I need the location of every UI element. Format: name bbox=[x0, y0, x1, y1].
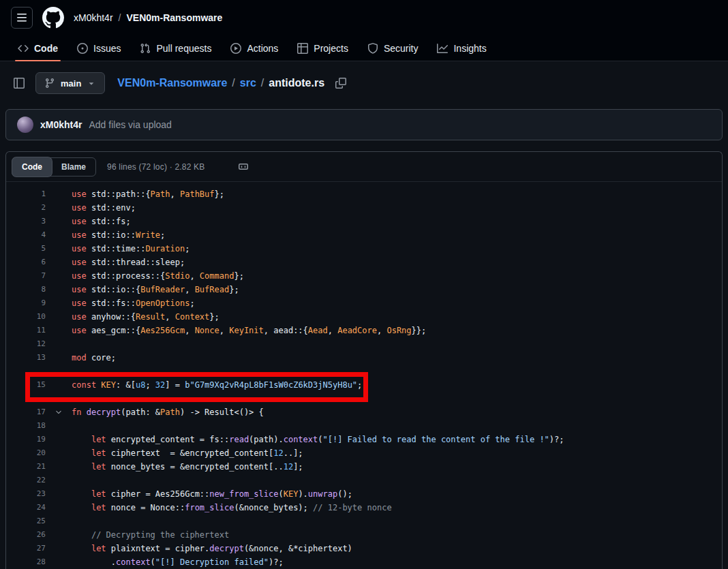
code-text: use std::time::Duration; bbox=[72, 242, 722, 256]
code-text: // Decrypting the ciphertext bbox=[72, 528, 722, 542]
line-number[interactable]: 26 bbox=[6, 528, 46, 542]
code-text: use std::env; bbox=[72, 201, 722, 215]
line-number[interactable]: 25 bbox=[6, 514, 46, 528]
tab-security[interactable]: Security bbox=[361, 35, 425, 61]
line-number[interactable]: 15 bbox=[6, 378, 46, 392]
tab-label: Security bbox=[384, 43, 419, 54]
line-number[interactable]: 21 bbox=[6, 460, 46, 474]
fold-gutter bbox=[46, 324, 72, 337]
code-text: use std::fs::OpenOptions; bbox=[72, 296, 722, 310]
tab-pull-requests[interactable]: Pull requests bbox=[133, 35, 218, 61]
fold-gutter bbox=[46, 542, 72, 555]
line-number[interactable]: 6 bbox=[6, 256, 46, 269]
code-text: use std::fs; bbox=[72, 215, 722, 228]
hamburger-menu-button[interactable] bbox=[11, 7, 33, 29]
fold-gutter bbox=[46, 201, 72, 215]
line-number[interactable]: 3 bbox=[6, 215, 46, 228]
fold-chevron-icon[interactable] bbox=[46, 405, 72, 419]
code-lines: 1use std::path::{Path, PathBuf};2use std… bbox=[6, 187, 722, 569]
fold-gutter bbox=[46, 256, 72, 269]
line-number[interactable]: 4 bbox=[6, 228, 46, 242]
line-number[interactable]: 11 bbox=[6, 324, 46, 337]
commit-message[interactable]: Add files via upload bbox=[89, 119, 171, 130]
commit-author[interactable]: xM0kht4r bbox=[40, 119, 82, 130]
branch-selector[interactable]: main bbox=[35, 72, 105, 94]
code-line: 28 .context("[!] Decryption failed")?; bbox=[6, 555, 722, 569]
line-number[interactable]: 23 bbox=[6, 487, 46, 501]
fold-gutter bbox=[46, 378, 72, 392]
line-number[interactable]: 1 bbox=[6, 187, 46, 201]
fold-gutter bbox=[46, 487, 72, 501]
tab-code[interactable]: Code bbox=[11, 35, 65, 61]
line-number[interactable]: 13 bbox=[6, 351, 46, 365]
copy-path-button[interactable] bbox=[333, 76, 348, 91]
line-number[interactable]: 10 bbox=[6, 310, 46, 324]
code-line: 24 let nonce = Nonce::from_slice(&nonce_… bbox=[6, 501, 722, 514]
tab-label: Insights bbox=[453, 43, 486, 54]
line-number[interactable]: 2 bbox=[6, 201, 46, 215]
tab-label: Actions bbox=[247, 43, 278, 54]
code-text: use aes_gcm::{Aes256Gcm, Nonce, KeyInit,… bbox=[72, 324, 722, 337]
code-view-button[interactable]: Code bbox=[12, 157, 52, 176]
fold-gutter bbox=[46, 446, 72, 460]
header-breadcrumb: xM0kht4r / VEN0m-Ransomware bbox=[74, 12, 222, 23]
code-text: .context("[!] Decryption failed")?; bbox=[72, 555, 722, 569]
line-number[interactable]: 27 bbox=[6, 542, 46, 555]
code-text bbox=[72, 337, 722, 351]
breadcrumb-separator: / bbox=[119, 12, 121, 23]
line-number[interactable] bbox=[6, 392, 46, 405]
line-number[interactable]: 17 bbox=[6, 405, 46, 419]
fold-gutter bbox=[46, 351, 72, 365]
fold-gutter bbox=[46, 337, 72, 351]
line-number[interactable]: 22 bbox=[6, 474, 46, 487]
tab-issues[interactable]: Issues bbox=[70, 35, 127, 61]
code-text: let nonce_bytes = &encrypted_content[..1… bbox=[72, 460, 722, 474]
tab-projects[interactable]: Projects bbox=[290, 35, 355, 61]
file-breadcrumb: VEN0m-Ransomware / src / antidote.rs bbox=[117, 76, 348, 91]
code-text: const KEY: &[u8; 32] = b"G7m9Xq2vR4pL8bF… bbox=[72, 378, 722, 392]
path-separator: / bbox=[261, 77, 264, 89]
breadcrumb-dir-link[interactable]: src bbox=[240, 77, 256, 89]
breadcrumb-repo-link[interactable]: VEN0m-Ransomware bbox=[117, 77, 227, 89]
copilot-button[interactable] bbox=[238, 162, 249, 172]
line-number[interactable]: 7 bbox=[6, 269, 46, 283]
line-number[interactable]: 24 bbox=[6, 501, 46, 514]
line-number[interactable]: 28 bbox=[6, 555, 46, 569]
line-number[interactable]: 20 bbox=[6, 446, 46, 460]
code-line: 9use std::fs::OpenOptions; bbox=[6, 296, 722, 310]
tab-label: Code bbox=[34, 43, 58, 54]
code-line: 2use std::env; bbox=[6, 201, 722, 215]
file-content-panel: Code Blame 96 lines (72 loc) · 2.82 KB 1… bbox=[5, 151, 723, 569]
file-tree-toggle-button[interactable] bbox=[11, 75, 27, 91]
fold-gutter bbox=[46, 215, 72, 228]
line-number[interactable] bbox=[6, 365, 46, 378]
code-line bbox=[6, 392, 722, 405]
code-line: 21 let nonce_bytes = &encrypted_content[… bbox=[6, 460, 722, 474]
breadcrumb-file-name: antidote.rs bbox=[269, 77, 324, 89]
fold-gutter bbox=[46, 310, 72, 324]
line-number[interactable]: 12 bbox=[6, 337, 46, 351]
line-number[interactable]: 18 bbox=[6, 419, 46, 433]
code-text: mod core; bbox=[72, 351, 722, 365]
fold-gutter bbox=[46, 392, 72, 405]
fold-gutter bbox=[46, 228, 72, 242]
github-logo[interactable] bbox=[42, 7, 64, 29]
breadcrumb-repo[interactable]: VEN0m-Ransomware bbox=[126, 12, 222, 23]
line-number[interactable]: 19 bbox=[6, 433, 46, 446]
line-number[interactable]: 8 bbox=[6, 283, 46, 296]
tab-insights[interactable]: Insights bbox=[430, 35, 493, 61]
fold-gutter bbox=[46, 460, 72, 474]
code-line: 27 let plaixntext = cipher.decrypt(&nonc… bbox=[6, 542, 722, 555]
fold-gutter bbox=[46, 365, 72, 378]
blame-view-button[interactable]: Blame bbox=[52, 157, 95, 176]
file-nav-row: main VEN0m-Ransomware / src / antidote.r… bbox=[0, 61, 728, 102]
code-line: 3use std::fs; bbox=[6, 215, 722, 228]
tab-actions[interactable]: Actions bbox=[224, 35, 285, 61]
code-text: use std::thread::sleep; bbox=[72, 256, 722, 269]
code-line: 1use std::path::{Path, PathBuf}; bbox=[6, 187, 722, 201]
avatar[interactable] bbox=[17, 117, 33, 133]
breadcrumb-owner[interactable]: xM0kht4r bbox=[74, 12, 113, 23]
line-number[interactable]: 9 bbox=[6, 296, 46, 310]
shield-icon bbox=[367, 43, 378, 54]
line-number[interactable]: 5 bbox=[6, 242, 46, 256]
